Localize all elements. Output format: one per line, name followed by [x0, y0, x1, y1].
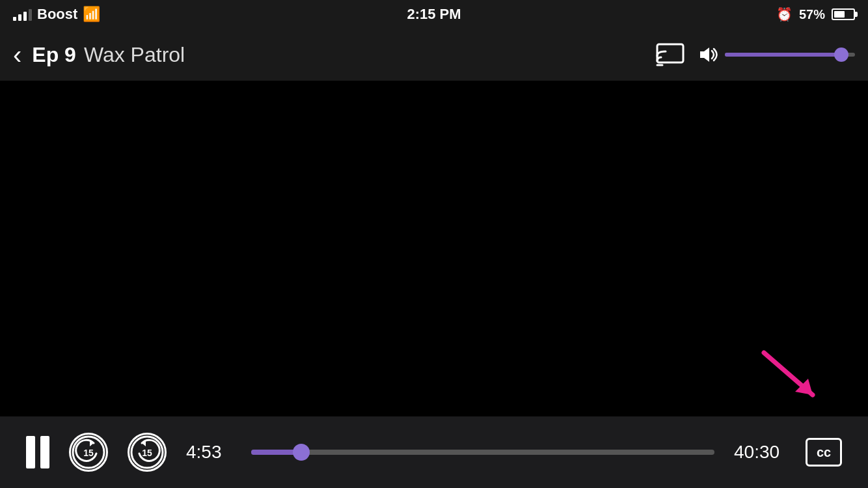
volume-fill: [725, 53, 842, 57]
alarm-icon: ⏰: [776, 7, 793, 22]
signal-bars-icon: [13, 8, 32, 21]
svg-marker-2: [700, 47, 709, 62]
volume-slider[interactable]: [725, 53, 855, 57]
carrier-label: Boost: [37, 6, 77, 23]
skip-back-icon: 15: [72, 435, 105, 469]
progress-thumb: [293, 444, 310, 461]
skip-forward-icon: 15: [130, 435, 164, 469]
pause-button[interactable]: [26, 436, 49, 468]
signal-bar-4: [29, 9, 32, 21]
volume-icon: [698, 46, 718, 64]
battery-percent-label: 57%: [799, 7, 825, 22]
skip-back-button[interactable]: 15: [69, 433, 108, 472]
current-time-label: 4:53: [186, 442, 232, 463]
skip-forward-button[interactable]: 15: [128, 433, 167, 472]
nav-controls: [656, 43, 855, 66]
nav-bar: ‹ Ep 9 Wax Patrol: [0, 29, 868, 81]
wifi-icon: 📶: [83, 6, 100, 23]
pause-bar-right: [40, 436, 49, 468]
volume-container: [698, 46, 855, 64]
battery-icon: [832, 8, 855, 20]
status-left: Boost 📶: [13, 6, 100, 23]
signal-bar-3: [23, 12, 27, 21]
total-time-label: 40:30: [734, 442, 786, 463]
status-right: ⏰ 57%: [776, 7, 855, 22]
status-time: 2:15 PM: [407, 6, 461, 23]
svg-text:15: 15: [142, 448, 152, 458]
controls-bar: 15 15 4:53 40:30 cc: [0, 416, 868, 488]
pause-bar-left: [26, 436, 35, 468]
signal-bar-2: [18, 14, 21, 21]
progress-bar[interactable]: [251, 450, 714, 455]
cast-icon[interactable]: [656, 43, 685, 66]
cc-button[interactable]: cc: [806, 438, 842, 467]
back-button[interactable]: ‹: [13, 42, 21, 68]
volume-thumb: [834, 47, 848, 62]
status-bar: Boost 📶 2:15 PM ⏰ 57%: [0, 0, 868, 29]
video-area[interactable]: [0, 81, 868, 416]
show-title: Wax Patrol: [84, 43, 185, 67]
svg-text:15: 15: [83, 448, 94, 458]
svg-rect-0: [657, 44, 683, 62]
progress-fill: [251, 450, 302, 455]
episode-label: Ep 9: [32, 43, 76, 67]
cc-label: cc: [817, 445, 831, 460]
battery-fill: [834, 11, 845, 18]
signal-bar-1: [13, 17, 16, 21]
pause-bars-icon: [26, 436, 49, 468]
nav-title: Ep 9 Wax Patrol: [32, 43, 185, 67]
